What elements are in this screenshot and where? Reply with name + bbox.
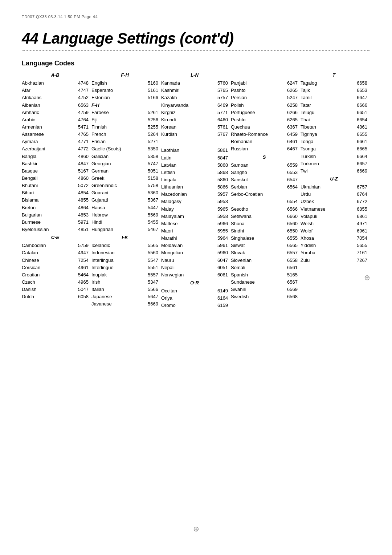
list-item: Twi6669 [301, 167, 367, 175]
list-item: 6554 [231, 198, 298, 205]
list-item: Polish6258 [231, 102, 298, 109]
list-item: Inupiak5557 [91, 271, 158, 279]
list-item: Maori5955 [161, 227, 228, 235]
list-item: Samoan6559 [231, 162, 298, 169]
list-item: Amharic4759 [22, 109, 89, 116]
list-item: Korean5761 [161, 123, 228, 131]
list-item: Lingala5860 [161, 176, 228, 183]
list-item: Yoruba7161 [301, 249, 367, 256]
list-item: Kinyarwanda6469 [161, 102, 228, 109]
list-item: Indonesian5560 [91, 249, 158, 256]
list-item: Kannada5760 [161, 80, 228, 87]
list-item: Bashkir4847 [22, 160, 89, 167]
list-item: Finnish5255 [91, 123, 158, 131]
list-item: Tamil6647 [301, 94, 367, 101]
list-item: Norwegian6061 [161, 271, 228, 279]
list-item: Hindi5455 [91, 219, 158, 226]
list-item: Nepali6051 [161, 264, 228, 271]
section-letter-uz: U-Z [301, 175, 367, 183]
list-item: Interlingua5547 [91, 257, 158, 264]
list-item: Tigrinya6655 [301, 131, 367, 138]
list-item: Somali6561 [231, 264, 298, 271]
list-item: Azerbaijani4772 [22, 145, 89, 153]
list-item: Kazakh5757 [161, 94, 228, 101]
list-item: Kirghiz5771 [161, 109, 228, 116]
list-item: Kirundi6460 [161, 116, 228, 123]
list-item: Sanskrit6547 [231, 176, 298, 183]
list-item: Italian5566 [91, 286, 158, 293]
list-item: Uzbek6772 [301, 198, 367, 205]
list-item: Moldavian5961 [161, 242, 228, 249]
list-item: Turkish6664 [301, 153, 367, 160]
list-item: Tonga6661 [301, 138, 367, 145]
list-item: Guarani5360 [91, 189, 158, 197]
list-item: Serbian6564 [231, 183, 298, 191]
list-item: Faroese5261 [91, 109, 158, 116]
list-item: Slovenian6558 [231, 257, 298, 264]
list-item: Malay5965 [161, 206, 228, 213]
list-item: Tibetan4861 [301, 123, 367, 131]
section-letter-or: O-R [161, 279, 228, 287]
list-item: Portuguese6266 [231, 109, 298, 116]
list-item: Sundanese6567 [231, 279, 298, 286]
list-item: Tatar6666 [301, 102, 367, 109]
list-item: Afar4747 [22, 87, 89, 94]
list-item: Sangho6553 [231, 169, 298, 176]
list-item: Occitan6149 [161, 287, 228, 295]
list-item: Oriya6164 [161, 295, 228, 302]
list-item: Thai6654 [301, 116, 367, 123]
list-item: Basque5167 [22, 167, 89, 175]
list-item: Interlingue5551 [91, 264, 158, 271]
list-item: Russian6467 [231, 145, 298, 153]
list-item: Corsican4961 [22, 264, 89, 271]
list-item: Laothian5861 [161, 147, 228, 154]
list-item: Kurdish5767 [161, 131, 228, 138]
list-item: Lithuanian5866 [161, 183, 228, 191]
list-item: Singhalese6555 [231, 235, 298, 242]
list-item: Panjabi6247 [231, 80, 298, 87]
divider [22, 50, 370, 51]
list-item: Albanian6563 [22, 102, 89, 109]
list-item: Persian5247 [231, 94, 298, 101]
header-meta: TD007.QX33 03.3.14 1:50 PM Page 44 [22, 15, 370, 19]
list-item: Abkhazian4748 [22, 80, 89, 87]
list-item: Catalan4947 [22, 249, 89, 256]
list-item: Hebrew5569 [91, 211, 158, 219]
list-item: Galician5358 [91, 153, 158, 160]
list-item: Swahili6569 [231, 286, 298, 293]
list-item: Dutch6058 [22, 293, 89, 300]
list-item: Tajik6653 [301, 87, 367, 94]
list-item: Bengali4860 [22, 175, 89, 182]
list-item: Malagasy5953 [161, 198, 228, 205]
list-item: Slovak6557 [231, 249, 298, 256]
list-item: Aymara4771 [22, 138, 89, 145]
bottom-crosshair: ⊕ [193, 524, 199, 533]
list-item: Romanian6461 [231, 138, 298, 145]
list-item: Pushto6265 [231, 116, 298, 123]
list-item: Gujarati5367 [91, 197, 158, 204]
list-item: Urdu6764 [301, 191, 367, 198]
list-item: Afrikaans4752 [22, 94, 89, 101]
list-item: Assamese4765 [22, 131, 89, 138]
list-item: Burmese5971 [22, 219, 89, 226]
list-item: Malayalam5958 [161, 213, 228, 220]
list-item: Arabic4764 [22, 116, 89, 123]
list-item: Chinese7254 [22, 257, 89, 264]
list-item: Wolof6961 [301, 227, 367, 235]
list-item: Armenian5471 [22, 123, 89, 131]
list-item: Turkmen6657 [301, 160, 367, 167]
list-item: F-H [91, 102, 158, 109]
list-item: Icelandic5565 [91, 242, 158, 249]
list-item: Oromo6159 [161, 302, 228, 309]
list-item: Macedonian5957 [161, 191, 228, 198]
list-item: Mongolian5960 [161, 249, 228, 256]
col-header-ab: A-B [22, 72, 89, 79]
list-item: Hausa5447 [91, 204, 158, 211]
col-ps: Panjabi6247 Pashto6265 Persian5247 Polis… [231, 72, 301, 309]
list-item: Pashto6265 [231, 87, 298, 94]
list-item: English5160 [91, 80, 158, 87]
list-item: Bhutani5072 [22, 182, 89, 189]
list-item: Volapuk6861 [301, 213, 367, 220]
section-letter-ln-cont [161, 139, 228, 146]
list-item: Fiji5256 [91, 116, 158, 123]
